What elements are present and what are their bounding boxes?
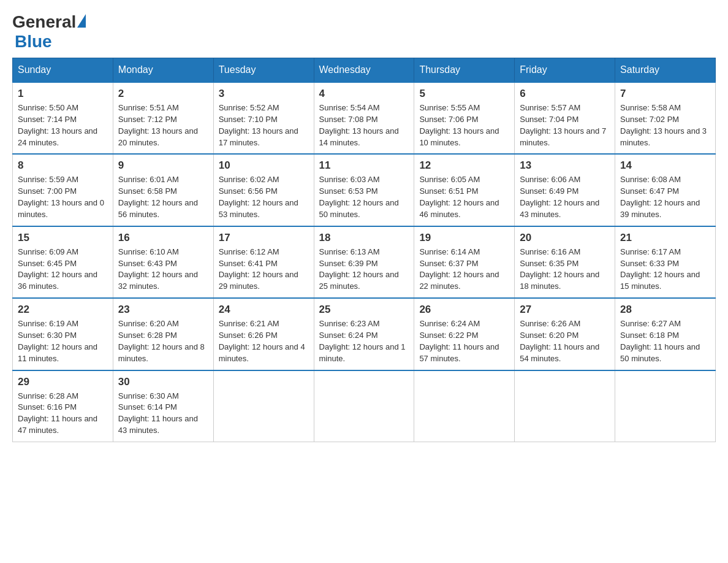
- day-number: 30: [118, 376, 208, 388]
- day-info: Sunrise: 5:54 AM Sunset: 7:08 PM Dayligh…: [319, 102, 409, 148]
- day-number: 1: [18, 88, 108, 100]
- calendar-cell: 18 Sunrise: 6:13 AM Sunset: 6:39 PM Dayl…: [314, 226, 414, 298]
- day-info: Sunrise: 5:51 AM Sunset: 7:12 PM Dayligh…: [118, 102, 208, 148]
- day-number: 10: [219, 159, 309, 172]
- logo-blue-text: Blue: [15, 32, 52, 51]
- calendar-cell: 16 Sunrise: 6:10 AM Sunset: 6:43 PM Dayl…: [113, 226, 213, 298]
- day-info: Sunrise: 6:28 AM Sunset: 6:16 PM Dayligh…: [18, 391, 108, 437]
- day-info: Sunrise: 6:06 AM Sunset: 6:49 PM Dayligh…: [520, 174, 610, 220]
- calendar-cell: 5 Sunrise: 5:55 AM Sunset: 7:06 PM Dayli…: [414, 82, 515, 154]
- day-number: 26: [419, 304, 509, 316]
- day-info: Sunrise: 5:58 AM Sunset: 7:02 PM Dayligh…: [620, 102, 710, 148]
- logo-triangle-icon: [77, 14, 86, 28]
- day-info: Sunrise: 6:26 AM Sunset: 6:20 PM Dayligh…: [520, 318, 610, 364]
- calendar-cell: 22 Sunrise: 6:19 AM Sunset: 6:30 PM Dayl…: [13, 298, 113, 370]
- day-number: 5: [419, 88, 509, 100]
- calendar-cell: 25 Sunrise: 6:23 AM Sunset: 6:24 PM Dayl…: [314, 298, 414, 370]
- day-info: Sunrise: 5:59 AM Sunset: 7:00 PM Dayligh…: [18, 174, 108, 220]
- calendar-cell: 26 Sunrise: 6:24 AM Sunset: 6:22 PM Dayl…: [414, 298, 515, 370]
- col-header-monday: Monday: [113, 58, 213, 83]
- col-header-saturday: Saturday: [615, 58, 716, 83]
- calendar-cell: 30 Sunrise: 6:30 AM Sunset: 6:14 PM Dayl…: [113, 370, 213, 442]
- day-info: Sunrise: 6:02 AM Sunset: 6:56 PM Dayligh…: [219, 174, 309, 220]
- calendar-cell: [515, 370, 615, 442]
- day-number: 21: [620, 232, 710, 244]
- day-info: Sunrise: 5:55 AM Sunset: 7:06 PM Dayligh…: [419, 102, 509, 148]
- day-number: 20: [520, 232, 610, 244]
- day-number: 29: [18, 376, 108, 388]
- calendar-cell: 10 Sunrise: 6:02 AM Sunset: 6:56 PM Dayl…: [213, 154, 314, 226]
- day-number: 23: [118, 304, 208, 316]
- day-number: 19: [419, 232, 509, 244]
- day-number: 7: [620, 88, 710, 100]
- day-number: 25: [319, 304, 409, 316]
- calendar-cell: 28 Sunrise: 6:27 AM Sunset: 6:18 PM Dayl…: [615, 298, 716, 370]
- day-number: 22: [18, 304, 108, 316]
- calendar-cell: 8 Sunrise: 5:59 AM Sunset: 7:00 PM Dayli…: [13, 154, 113, 226]
- col-header-sunday: Sunday: [13, 58, 113, 83]
- day-number: 27: [520, 304, 610, 316]
- day-info: Sunrise: 5:50 AM Sunset: 7:14 PM Dayligh…: [18, 102, 108, 148]
- calendar-cell: 14 Sunrise: 6:08 AM Sunset: 6:47 PM Dayl…: [615, 154, 716, 226]
- day-info: Sunrise: 5:57 AM Sunset: 7:04 PM Dayligh…: [520, 102, 610, 148]
- day-number: 3: [219, 88, 309, 100]
- calendar-cell: 15 Sunrise: 6:09 AM Sunset: 6:45 PM Dayl…: [13, 226, 113, 298]
- calendar-cell: [615, 370, 716, 442]
- calendar-cell: 4 Sunrise: 5:54 AM Sunset: 7:08 PM Dayli…: [314, 82, 414, 154]
- calendar-cell: 27 Sunrise: 6:26 AM Sunset: 6:20 PM Dayl…: [515, 298, 615, 370]
- day-info: Sunrise: 5:52 AM Sunset: 7:10 PM Dayligh…: [219, 102, 309, 148]
- calendar-cell: 24 Sunrise: 6:21 AM Sunset: 6:26 PM Dayl…: [213, 298, 314, 370]
- calendar-cell: 20 Sunrise: 6:16 AM Sunset: 6:35 PM Dayl…: [515, 226, 615, 298]
- day-info: Sunrise: 6:03 AM Sunset: 6:53 PM Dayligh…: [319, 174, 409, 220]
- calendar-cell: 2 Sunrise: 5:51 AM Sunset: 7:12 PM Dayli…: [113, 82, 213, 154]
- day-info: Sunrise: 6:24 AM Sunset: 6:22 PM Dayligh…: [419, 318, 509, 364]
- day-number: 6: [520, 88, 610, 100]
- day-number: 18: [319, 232, 409, 244]
- calendar-cell: 13 Sunrise: 6:06 AM Sunset: 6:49 PM Dayl…: [515, 154, 615, 226]
- day-number: 4: [319, 88, 409, 100]
- calendar-cell: 6 Sunrise: 5:57 AM Sunset: 7:04 PM Dayli…: [515, 82, 615, 154]
- day-number: 24: [219, 304, 309, 316]
- day-number: 11: [319, 159, 409, 172]
- day-number: 16: [118, 232, 208, 244]
- day-info: Sunrise: 6:20 AM Sunset: 6:28 PM Dayligh…: [118, 318, 208, 364]
- day-info: Sunrise: 6:17 AM Sunset: 6:33 PM Dayligh…: [620, 247, 710, 293]
- calendar-cell: 19 Sunrise: 6:14 AM Sunset: 6:37 PM Dayl…: [414, 226, 515, 298]
- calendar-cell: 17 Sunrise: 6:12 AM Sunset: 6:41 PM Dayl…: [213, 226, 314, 298]
- calendar-cell: 1 Sunrise: 5:50 AM Sunset: 7:14 PM Dayli…: [13, 82, 113, 154]
- day-number: 8: [18, 159, 108, 172]
- day-number: 28: [620, 304, 710, 316]
- calendar-cell: 23 Sunrise: 6:20 AM Sunset: 6:28 PM Dayl…: [113, 298, 213, 370]
- day-info: Sunrise: 6:27 AM Sunset: 6:18 PM Dayligh…: [620, 318, 710, 364]
- day-info: Sunrise: 6:12 AM Sunset: 6:41 PM Dayligh…: [219, 247, 309, 293]
- day-info: Sunrise: 6:19 AM Sunset: 6:30 PM Dayligh…: [18, 318, 108, 364]
- calendar-cell: 12 Sunrise: 6:05 AM Sunset: 6:51 PM Dayl…: [414, 154, 515, 226]
- calendar-cell: 11 Sunrise: 6:03 AM Sunset: 6:53 PM Dayl…: [314, 154, 414, 226]
- col-header-friday: Friday: [515, 58, 615, 83]
- calendar-cell: 29 Sunrise: 6:28 AM Sunset: 6:16 PM Dayl…: [13, 370, 113, 442]
- calendar-cell: 9 Sunrise: 6:01 AM Sunset: 6:58 PM Dayli…: [113, 154, 213, 226]
- day-number: 13: [520, 159, 610, 172]
- day-number: 2: [118, 88, 208, 100]
- logo: General Blue: [12, 12, 86, 52]
- col-header-tuesday: Tuesday: [213, 58, 314, 83]
- day-info: Sunrise: 6:08 AM Sunset: 6:47 PM Dayligh…: [620, 174, 710, 220]
- calendar-cell: 21 Sunrise: 6:17 AM Sunset: 6:33 PM Dayl…: [615, 226, 716, 298]
- day-info: Sunrise: 6:01 AM Sunset: 6:58 PM Dayligh…: [118, 174, 208, 220]
- day-info: Sunrise: 6:23 AM Sunset: 6:24 PM Dayligh…: [319, 318, 409, 364]
- day-number: 14: [620, 159, 710, 172]
- day-number: 15: [18, 232, 108, 244]
- day-info: Sunrise: 6:13 AM Sunset: 6:39 PM Dayligh…: [319, 247, 409, 293]
- calendar-cell: [314, 370, 414, 442]
- day-info: Sunrise: 6:10 AM Sunset: 6:43 PM Dayligh…: [118, 247, 208, 293]
- col-header-wednesday: Wednesday: [314, 58, 414, 83]
- day-number: 12: [419, 159, 509, 172]
- calendar-cell: 7 Sunrise: 5:58 AM Sunset: 7:02 PM Dayli…: [615, 82, 716, 154]
- day-info: Sunrise: 6:09 AM Sunset: 6:45 PM Dayligh…: [18, 247, 108, 293]
- day-info: Sunrise: 6:05 AM Sunset: 6:51 PM Dayligh…: [419, 174, 509, 220]
- col-header-thursday: Thursday: [414, 58, 515, 83]
- logo-general-text: General: [12, 12, 76, 32]
- calendar-cell: 3 Sunrise: 5:52 AM Sunset: 7:10 PM Dayli…: [213, 82, 314, 154]
- calendar-cell: [414, 370, 515, 442]
- header: General Blue: [12, 12, 716, 52]
